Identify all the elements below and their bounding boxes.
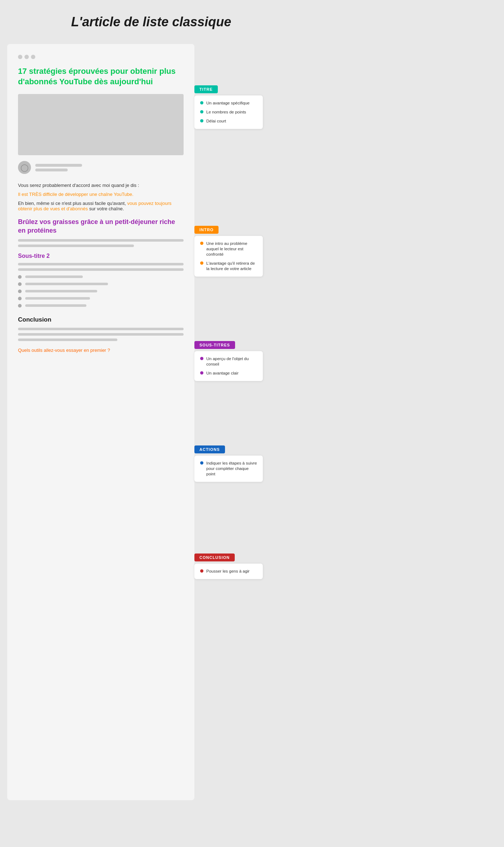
ann-dot-orange	[200, 261, 203, 265]
article-image	[18, 94, 184, 155]
dot-yellow	[24, 55, 29, 59]
bullet-dot-4	[18, 297, 22, 300]
browser-dots	[18, 55, 184, 59]
bullet-list	[18, 275, 184, 308]
badge-intro: INTRO	[194, 226, 219, 234]
page-title: L'article de liste classique	[71, 14, 231, 30]
text-line-4	[18, 268, 184, 271]
article-title: 17 stratégies éprouvées pour obtenir plu…	[18, 66, 184, 87]
annotations-panel: TITRE Un avantage spécifique Le nombres …	[194, 44, 295, 800]
subtitle-2: Sous-titre 2	[18, 253, 184, 259]
bullet-item	[18, 282, 184, 286]
bullet-line-1	[25, 275, 83, 278]
ann-dot-blue	[200, 461, 203, 465]
badge-actions: ACTIONS	[194, 445, 225, 453]
author-lines	[35, 164, 82, 171]
intro-line1: Vous serez probablement d'accord avec mo…	[18, 183, 184, 188]
ann-item: Le nombres de points	[200, 109, 257, 115]
ann-item: Un avantage spécifique	[200, 100, 257, 106]
annotation-titre: TITRE Un avantage spécifique Le nombres …	[194, 85, 263, 129]
main-container: 17 stratégies éprouvées pour obtenir plu…	[7, 44, 295, 800]
intro-before: Eh bien, même si ce n'est plus aussi fac…	[18, 201, 127, 206]
text-line-1	[18, 239, 184, 242]
card-titre: Un avantage spécifique Le nombres de poi…	[194, 95, 263, 129]
connectors-svg	[194, 44, 295, 800]
badge-titre: TITRE	[194, 85, 218, 93]
dot-red	[18, 55, 22, 59]
author-name-line	[35, 164, 82, 167]
bullet-item	[18, 297, 184, 300]
ann-item: Un avantage clair	[200, 371, 257, 376]
annotation-actions: ACTIONS Indiquer les étapes à suivre pou…	[194, 445, 263, 482]
text-line-2	[18, 245, 134, 247]
title-number: 17	[18, 67, 27, 76]
bullet-line-4	[25, 297, 90, 300]
ann-dot-teal	[200, 101, 203, 104]
bullet-line-5	[25, 304, 86, 307]
card-conclusion: Pousser les gens à agir	[194, 564, 263, 579]
conclusion-line-3	[18, 339, 117, 341]
bullet-dot-5	[18, 304, 22, 308]
article-card: 17 stratégies éprouvées pour obtenir plu…	[7, 44, 194, 800]
card-soustitres: Un aperçu de l'objet du conseil Un avant…	[194, 351, 263, 381]
ann-dot-purple	[200, 371, 203, 375]
bullet-item	[18, 275, 184, 279]
bullet-item	[18, 290, 184, 293]
ann-item: Indiquer les étapes à suivre pour complé…	[200, 461, 257, 477]
conclusion-line-2	[18, 333, 184, 336]
conclusion-line-1	[18, 328, 184, 330]
text-line-3	[18, 263, 184, 265]
user-icon: ◯	[21, 163, 28, 172]
annotation-intro: INTRO Une intro au problème auquel le le…	[194, 226, 263, 277]
title-text: stratégies éprouvées pour obtenir plus d…	[18, 67, 176, 86]
badge-conclusion: CONCLUSION	[194, 554, 235, 561]
author-date-line	[35, 169, 68, 171]
intro-highlight: Il est TRÈS difficile de développer une …	[18, 192, 184, 197]
avatar: ◯	[18, 161, 31, 174]
bullet-line-2	[25, 283, 108, 285]
ann-item: L'avantage qu'il retirera de la lecture …	[200, 261, 257, 272]
badge-soustitres: SOUS-TITRES	[194, 341, 235, 349]
ann-dot-teal	[200, 119, 203, 122]
ann-dot-teal	[200, 110, 203, 113]
card-intro: Une intro au problème auquel le lecteur …	[194, 236, 263, 277]
annotation-soustitres: SOUS-TITRES Un aperçu de l'objet du cons…	[194, 341, 263, 381]
bullet-dot-2	[18, 282, 22, 286]
conclusion-heading: Conclusion	[18, 316, 184, 323]
annotation-conclusion: CONCLUSION Pousser les gens à agir	[194, 554, 263, 579]
cta-link[interactable]: Quels outils allez-vous essayer en premi…	[18, 348, 184, 353]
intro-line2: Eh bien, même si ce n'est plus aussi fac…	[18, 201, 184, 211]
ann-dot-purple	[200, 357, 203, 360]
ann-dot-orange	[200, 242, 203, 245]
bullet-dot-1	[18, 275, 22, 279]
ann-item: Pousser les gens à agir	[200, 569, 257, 574]
ann-item: Un aperçu de l'objet du conseil	[200, 356, 257, 367]
subtitle-1: Brûlez vos graisses grâce à un petit-déj…	[18, 218, 184, 235]
ann-item: Délai court	[200, 118, 257, 124]
bullet-item	[18, 304, 184, 308]
card-actions: Indiquer les étapes à suivre pour complé…	[194, 456, 263, 482]
author-row: ◯	[18, 161, 184, 174]
bullet-dot-3	[18, 290, 22, 293]
bullet-line-3	[25, 290, 97, 292]
ann-dot-red	[200, 569, 203, 573]
intro-after: sur votre chaîne.	[88, 206, 124, 211]
dot-green	[31, 55, 35, 59]
ann-item: Une intro au problème auquel le lecteur …	[200, 241, 257, 257]
